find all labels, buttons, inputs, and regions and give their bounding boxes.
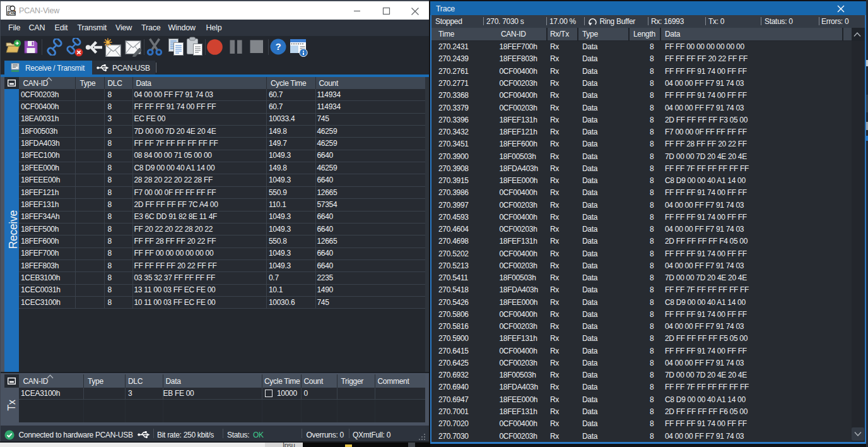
svg-text:CAN: CAN [9, 12, 16, 15]
svg-text:?: ? [275, 41, 281, 52]
